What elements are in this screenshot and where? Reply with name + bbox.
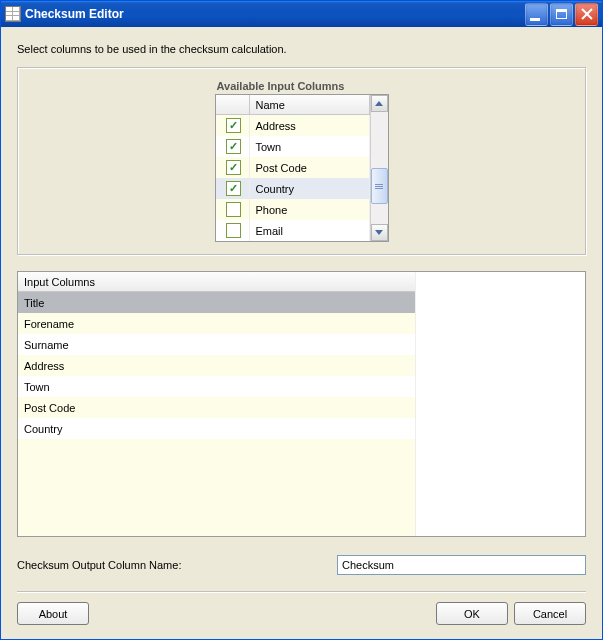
app-icon: [5, 6, 21, 22]
input-column-row[interactable]: Title: [18, 292, 415, 313]
input-column-row[interactable]: Address: [18, 355, 415, 376]
available-columns-header: Name: [216, 95, 370, 115]
row-checkbox-cell[interactable]: [216, 136, 250, 157]
ok-button[interactable]: OK: [436, 602, 508, 625]
window-title: Checksum Editor: [25, 7, 523, 21]
close-button[interactable]: [575, 3, 598, 26]
window: Checksum Editor Select columns to be use…: [0, 0, 603, 640]
checkbox-icon[interactable]: [226, 118, 241, 133]
available-groupbox: Available Input Columns Name AddressTown…: [17, 67, 586, 255]
scroll-track[interactable]: [371, 112, 388, 224]
row-checkbox-cell[interactable]: [216, 199, 250, 220]
close-icon: [581, 8, 593, 20]
row-name-cell[interactable]: Address: [250, 115, 370, 136]
maximize-icon: [556, 9, 567, 19]
scroll-down-button[interactable]: [371, 224, 388, 241]
checkbox-icon[interactable]: [226, 181, 241, 196]
about-button[interactable]: About: [17, 602, 89, 625]
input-columns-list: Input Columns TitleForenameSurnameAddres…: [17, 271, 586, 537]
minimize-button[interactable]: [525, 3, 548, 26]
row-name-cell[interactable]: Phone: [250, 199, 370, 220]
row-checkbox-cell[interactable]: [216, 115, 250, 136]
minimize-icon: [530, 18, 540, 21]
output-column-input[interactable]: [337, 555, 586, 575]
available-columns-grid: Name AddressTownPost CodeCountryPhoneEma…: [215, 94, 389, 242]
row-name-cell[interactable]: Country: [250, 178, 370, 199]
available-row[interactable]: Post Code: [216, 157, 370, 178]
available-columns-title: Available Input Columns: [215, 80, 389, 94]
row-name-cell[interactable]: Post Code: [250, 157, 370, 178]
scroll-up-button[interactable]: [371, 95, 388, 112]
row-checkbox-cell[interactable]: [216, 220, 250, 241]
output-column-label: Checksum Output Column Name:: [17, 559, 337, 571]
row-name-cell[interactable]: Town: [250, 136, 370, 157]
checkbox-icon[interactable]: [226, 223, 241, 238]
checkbox-icon[interactable]: [226, 202, 241, 217]
available-row[interactable]: Email: [216, 220, 370, 241]
input-column-row[interactable]: Surname: [18, 334, 415, 355]
input-column-row[interactable]: Forename: [18, 313, 415, 334]
checkbox-column-header[interactable]: [216, 95, 250, 114]
checkbox-icon[interactable]: [226, 139, 241, 154]
input-column-row[interactable]: Town: [18, 376, 415, 397]
instruction-text: Select columns to be used in the checksu…: [17, 43, 586, 55]
checkbox-icon[interactable]: [226, 160, 241, 175]
cancel-button[interactable]: Cancel: [514, 602, 586, 625]
button-row: About OK Cancel: [17, 602, 586, 625]
row-name-cell[interactable]: Email: [250, 220, 370, 241]
available-row[interactable]: Phone: [216, 199, 370, 220]
row-checkbox-cell[interactable]: [216, 178, 250, 199]
separator: [17, 591, 586, 592]
input-columns-right-panel: [416, 272, 585, 536]
maximize-button[interactable]: [550, 3, 573, 26]
output-column-row: Checksum Output Column Name:: [17, 555, 586, 575]
client-area: Select columns to be used in the checksu…: [1, 27, 602, 639]
input-column-row[interactable]: Country: [18, 418, 415, 439]
available-row[interactable]: Town: [216, 136, 370, 157]
titlebar: Checksum Editor: [1, 1, 602, 27]
scroll-thumb[interactable]: [371, 168, 388, 204]
available-scrollbar[interactable]: [370, 95, 388, 241]
chevron-down-icon: [375, 230, 383, 235]
available-row[interactable]: Country: [216, 178, 370, 199]
list-empty-row: [18, 439, 415, 536]
row-checkbox-cell[interactable]: [216, 157, 250, 178]
input-column-row[interactable]: Post Code: [18, 397, 415, 418]
chevron-up-icon: [375, 101, 383, 106]
name-column-header[interactable]: Name: [250, 95, 370, 114]
input-columns-header[interactable]: Input Columns: [18, 272, 415, 292]
available-row[interactable]: Address: [216, 115, 370, 136]
